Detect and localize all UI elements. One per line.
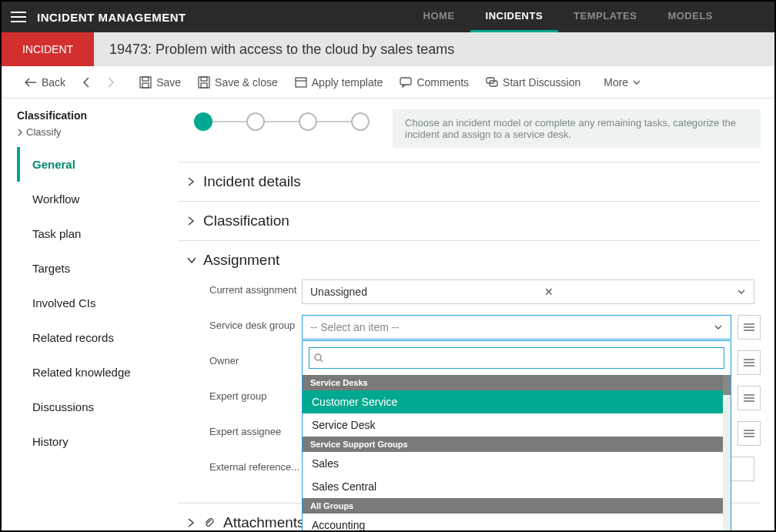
svg-rect-6 [142,83,149,88]
lookup-button[interactable] [738,386,761,410]
dropdown-item-sales[interactable]: Sales [303,452,731,475]
sidebar-item-related-records[interactable]: Related records [17,320,179,355]
top-nav: HOME INCIDENTS TEMPLATES MODELS [408,2,728,32]
sidebar-item-related-knowledge[interactable]: Related knowledge [17,355,179,390]
progress-row: Choose an incident model or complete any… [179,109,761,148]
dropdown-search-input[interactable] [328,353,719,364]
more-label: More [604,76,628,89]
nav-home[interactable]: HOME [408,2,470,32]
sidebar-item-targets[interactable]: Targets [17,251,179,286]
next-button[interactable] [99,74,122,91]
section-toggle-incident-details[interactable]: Incident details [186,173,761,190]
content: Choose an incident model or complete any… [179,99,774,530]
save-icon [139,76,152,89]
svg-rect-10 [296,78,306,87]
save-close-label: Save & close [215,76,278,89]
sidebar-item-task-plan[interactable]: Task plan [17,216,179,251]
field-label: Owner [209,350,302,368]
record-banner: INCIDENT 19473: Problem with access to t… [2,32,774,66]
save-icon [198,76,210,89]
assignment-fields: Current assignment Unassigned ✕ Service … [186,269,761,481]
save-close-button[interactable]: Save & close [190,73,286,92]
clear-icon[interactable]: ✕ [544,286,554,298]
back-button[interactable]: Back [17,73,73,92]
step-2[interactable] [246,112,265,131]
top-bar: INCIDENT MANAGEMENT HOME INCIDENTS TEMPL… [2,2,774,32]
chevron-right-icon [186,216,196,226]
sidebar-item-discussions[interactable]: Discussions [17,390,179,424]
chevron-down-icon [633,79,641,85]
arrow-left-icon [25,78,37,87]
section-toggle-assignment[interactable]: Assignment [186,252,761,269]
search-icon [314,353,323,363]
nav-incidents[interactable]: INCIDENTS [470,2,559,32]
nav-templates[interactable]: TEMPLATES [558,2,652,32]
dropdown-group-header: All Groups [303,498,731,514]
comment-icon [400,77,412,88]
step-1[interactable] [194,112,212,131]
field-current-assignment: Current assignment Unassigned ✕ [209,279,761,304]
save-label: Save [156,76,181,89]
list-icon [743,358,755,367]
field-label: External reference... [209,457,302,474]
dropdown-item-sales-central[interactable]: Sales Central [303,475,731,498]
paperclip-icon [203,517,214,529]
lookup-button[interactable] [738,315,761,340]
progress-steps [194,112,370,131]
sidebar-item-history[interactable]: History [17,424,179,459]
chevron-down-icon [737,288,746,296]
step-4[interactable] [351,112,370,131]
scrollbar-thumb[interactable] [723,375,731,395]
nav-models[interactable]: MODELS [652,2,728,32]
save-button[interactable]: Save [132,73,189,92]
sidebar-item-involved-cis[interactable]: Involved CIs [17,286,179,320]
chevron-right-icon [186,517,196,528]
current-assignment-select[interactable]: Unassigned ✕ [302,279,754,304]
field-label: Expert assignee [209,421,302,439]
record-title: 19473: Problem with access to the cloud … [94,32,454,66]
svg-rect-4 [140,77,151,88]
sidebar-item-general[interactable]: General [17,147,179,182]
menu-icon[interactable] [2,2,35,32]
svg-rect-5 [142,77,149,81]
sdg-placeholder: -- Select an item -- [310,321,399,333]
sidebar-sub-label: Classify [26,126,62,138]
more-menu[interactable]: More [596,73,648,92]
dropdown-item-accounting[interactable]: Accounting [303,514,731,530]
section-toggle-classification[interactable]: Classification [186,212,761,229]
dropdown-item-service-desk[interactable]: Service Desk [303,413,731,437]
svg-rect-9 [201,83,207,88]
chevron-down-icon [714,323,723,331]
section-assignment: Assignment Current assignment Unassigned… [179,240,761,503]
dropdown-item-customer-service[interactable]: Customer Service [303,390,731,413]
svg-rect-8 [201,77,207,81]
comments-button[interactable]: Comments [392,73,477,92]
chevron-right-icon [186,176,196,187]
section-title: Incident details [203,173,301,190]
section-classification: Classification [179,201,761,240]
dropdown-scrollbar[interactable] [723,375,731,530]
record-type-badge: INCIDENT [2,32,94,66]
step-3[interactable] [299,112,317,131]
apply-template-label: Apply template [312,76,383,89]
dropdown-group-header: Service Desks [303,375,731,390]
field-service-desk-group: Service desk group -- Select an item -- [209,315,761,340]
chevron-left-icon [82,77,90,88]
lookup-button[interactable] [738,350,761,375]
start-discussion-button[interactable]: Start Discussion [478,73,588,92]
chevron-right-icon [107,77,115,88]
step-connector [317,121,351,122]
sidebar-item-workflow[interactable]: Workflow [17,182,179,216]
sidebar-list: General Workflow Task plan Targets Invol… [17,147,179,459]
chevron-right-icon [17,129,23,136]
section-title: Assignment [203,252,279,269]
service-desk-group-select[interactable]: -- Select an item -- [302,315,731,340]
dropdown-search[interactable] [309,347,724,369]
prev-button[interactable] [75,74,98,91]
apply-template-button[interactable]: Apply template [287,73,391,92]
list-icon [743,429,755,438]
sidebar-sub[interactable]: Classify [17,126,179,138]
main-area: Classification Classify General Workflow… [2,99,774,530]
step-connector [212,121,246,122]
lookup-button[interactable] [738,421,761,446]
